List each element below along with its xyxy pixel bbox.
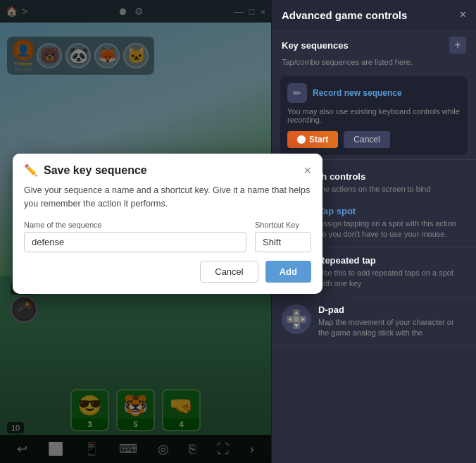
tap-spot-desc: Assign tapping on a spot with this actio… [318,218,466,240]
dpad-info: D-pad Map the movement of your character… [318,304,466,339]
record-desc: You may also use existing keyboard contr… [287,107,461,124]
record-title: Record new sequence [313,88,402,98]
save-key-sequence-modal: ✏️ Save key sequence × Give your sequenc… [13,154,322,294]
key-sequences-desc: Tap/combo sequences are listed here. [272,58,476,72]
tap-spot-name: Tap spot [318,206,466,216]
key-sequences-header: Key sequences + [272,30,476,58]
cancel-record-button[interactable]: Cancel [344,131,389,148]
start-button[interactable]: Start [287,131,338,148]
panel-close-icon[interactable]: × [460,8,466,21]
tap-spot-info: Tap spot Assign tapping on a spot with t… [318,206,466,240]
dpad-name: D-pad [318,304,466,315]
record-box-header: ✏ Record new sequence [287,83,461,103]
modal-close-icon[interactable]: × [303,164,311,177]
modal-title: ✏️ Save key sequence [24,163,147,177]
add-sequence-button[interactable]: + [449,37,466,54]
dpad-desc: Map the movement of your character or th… [318,317,466,339]
shortcut-form-group: Shortcut Key [255,221,311,252]
name-input[interactable] [24,232,246,252]
modal-body: Give your sequence a name and a shortcut… [13,184,322,294]
record-pencil-icon: ✏ [287,83,307,103]
modal-add-button[interactable]: Add [265,261,311,283]
modal-header: ✏️ Save key sequence × [13,154,322,184]
shortcut-input[interactable] [255,232,311,252]
dpad-item: D-pad Map the movement of your character… [272,297,476,347]
key-sequences-title: Key sequences [282,40,349,51]
modal-desc: Give your sequence a name and a shortcut… [24,184,311,211]
repeated-tap-desc: Use this to add repeated taps on a spot … [318,268,466,290]
modal-title-icon: ✏️ [24,163,38,177]
record-box: ✏ Record new sequence You may also use e… [280,76,468,155]
record-buttons: Start Cancel [287,131,461,148]
repeated-tap-info: Repeated tap Use this to add repeated ta… [318,255,466,290]
dpad-icon [282,304,311,334]
repeated-tap-name: Repeated tap [318,255,466,266]
panel-header: Advanced game controls × [272,0,476,30]
dpad-svg [287,309,306,329]
modal-actions: Cancel Add [24,261,311,283]
svg-point-2 [294,316,299,322]
name-label: Name of the sequence [24,221,246,229]
panel-title: Advanced game controls [282,9,407,21]
name-form-group: Name of the sequence [24,221,246,252]
shortcut-label: Shortcut Key [255,221,311,229]
modal-cancel-button[interactable]: Cancel [200,261,258,283]
modal-title-text: Save key sequence [44,164,147,177]
modal-form: Name of the sequence Shortcut Key [24,221,311,252]
